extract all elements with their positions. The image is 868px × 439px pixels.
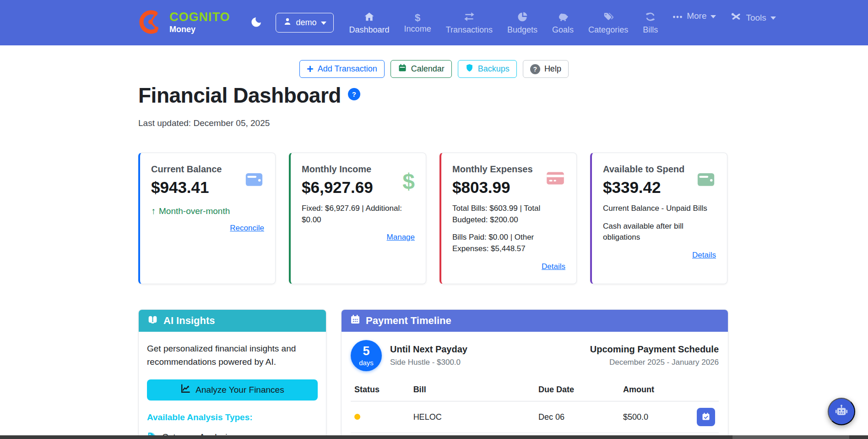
schedule-info: Upcoming Payment Schedule December 2025 … xyxy=(590,344,719,367)
nav-label: Dashboard xyxy=(349,26,390,34)
nav-tools-dropdown[interactable]: Tools xyxy=(731,11,776,24)
credit-card-icon xyxy=(545,170,565,188)
brand-text: COGNITO Money xyxy=(169,11,230,34)
analyze-finances-button[interactable]: Analyze Your Finances xyxy=(147,379,318,401)
question-icon: ? xyxy=(530,64,540,74)
nav-item-categories[interactable]: Categories xyxy=(588,11,628,34)
card-title: Monthly Income xyxy=(302,164,415,175)
schedule-title: Upcoming Payment Schedule xyxy=(590,344,719,355)
piggy-bank-icon xyxy=(558,11,569,24)
trend-label: Month-over-month xyxy=(159,206,230,216)
main-nav: Dashboard $ Income Transactions Budgets xyxy=(342,11,666,34)
tags-icon xyxy=(603,11,613,24)
trend-indicator: ↑ Month-over-month xyxy=(151,206,264,216)
page-title-row: Financial Dashboard ? xyxy=(138,84,360,107)
nav-more-label: More xyxy=(687,11,706,21)
details-link[interactable]: Details xyxy=(692,251,716,259)
cognito-logo-icon xyxy=(137,9,164,37)
chevron-down-icon xyxy=(321,22,326,25)
days-unit: days xyxy=(359,359,374,366)
col-header-amount: Amount xyxy=(619,381,693,401)
monthly-income-card: Monthly Income $6,927.69 $ Fixed: $6,927… xyxy=(289,153,426,284)
user-menu-label: demo xyxy=(296,18,317,27)
stat-cards-row: Current Balance $943.41 ↑ Month-over-mon… xyxy=(138,153,727,284)
last-updated-text: Last updated: December 05, 2025 xyxy=(138,118,270,128)
payment-timeline-title: Payment Timeline xyxy=(366,315,451,327)
status-pending-dot xyxy=(354,414,360,420)
monthly-expenses-card: Monthly Expenses $803.99 Total Bills: $6… xyxy=(439,153,577,284)
days-until-payday-badge: 5 days xyxy=(351,340,382,371)
quick-actions: + Add Transaction Calendar Backups ? Hel… xyxy=(0,60,868,78)
exchange-icon xyxy=(464,11,475,24)
chevron-down-icon xyxy=(770,16,776,20)
dark-mode-toggle[interactable] xyxy=(250,16,263,30)
horizontal-scrollbar[interactable] xyxy=(0,435,868,439)
ai-insights-title: AI Insights xyxy=(163,315,215,327)
title-help-badge[interactable]: ? xyxy=(348,88,360,100)
add-transaction-label: Add Transaction xyxy=(318,64,377,74)
card-detail-line: Bills Paid: $0.00 | Other Expenses: $5,4… xyxy=(452,232,565,254)
backups-button[interactable]: Backups xyxy=(458,60,517,78)
shield-icon xyxy=(465,63,474,75)
moon-icon xyxy=(250,16,263,30)
manage-link[interactable]: Manage xyxy=(387,233,415,241)
payday-detail: Side Hustle - $300.0 xyxy=(390,358,467,367)
nav-item-goals[interactable]: Goals xyxy=(552,11,574,34)
payment-timeline-header: Payment Timeline xyxy=(342,310,728,332)
wallet-icon xyxy=(244,170,264,190)
ai-insights-header: AI Insights xyxy=(139,310,326,332)
nav-more-dropdown[interactable]: More xyxy=(673,11,716,21)
schedule-range: December 2025 - January 2026 xyxy=(590,358,719,367)
arrow-up-icon: ↑ xyxy=(151,206,156,216)
home-icon xyxy=(364,11,374,24)
scrollbar-thumb[interactable] xyxy=(732,435,849,439)
payday-info: Until Next Payday Side Hustle - $300.0 xyxy=(390,344,467,367)
app-viewport: COGNITO Money demo Dashboard xyxy=(0,0,868,439)
top-navbar: COGNITO Money demo Dashboard xyxy=(0,0,868,45)
nav-item-bills[interactable]: Bills xyxy=(643,11,658,34)
col-header-bill: Bill xyxy=(410,381,535,401)
nav-item-dashboard[interactable]: Dashboard xyxy=(349,11,390,34)
nav-item-income[interactable]: $ Income xyxy=(404,13,431,33)
details-link[interactable]: Details xyxy=(542,262,565,271)
calendar-label: Calendar xyxy=(411,64,445,74)
robot-icon xyxy=(834,404,849,420)
analysis-types-heading: Available Analysis Types: xyxy=(147,412,318,423)
user-menu-button[interactable]: demo xyxy=(276,13,334,33)
card-detail-line: Current Balance - Unpaid Bills xyxy=(603,203,716,214)
chevron-down-icon xyxy=(711,15,716,18)
help-label: Help xyxy=(544,64,561,74)
brand-logo[interactable]: COGNITO Money xyxy=(137,9,230,37)
nav-item-budgets[interactable]: Budgets xyxy=(507,11,537,34)
analyze-finances-label: Analyze Your Finances xyxy=(195,385,284,395)
nav-tools-label: Tools xyxy=(746,13,766,23)
help-button[interactable]: ? Help xyxy=(523,60,569,78)
col-header-due-date: Due Date xyxy=(535,381,619,401)
calendar-icon xyxy=(350,314,361,328)
col-header-actions xyxy=(693,381,719,401)
brand-name: COGNITO xyxy=(169,11,230,23)
card-detail-line: Total Bills: $603.99 | Total Budgeted: $… xyxy=(452,203,565,225)
payment-timeline-panel: Payment Timeline 5 days Until Next Payda… xyxy=(341,309,728,439)
dollar-icon: $ xyxy=(402,170,415,192)
current-balance-card: Current Balance $943.41 ↑ Month-over-mon… xyxy=(138,153,276,284)
backups-label: Backups xyxy=(478,64,510,74)
add-transaction-button[interactable]: + Add Transaction xyxy=(299,60,385,78)
page-title: Financial Dashboard xyxy=(138,84,341,107)
payday-summary-row: 5 days Until Next Payday Side Hustle - $… xyxy=(351,340,719,371)
days-value: 5 xyxy=(363,345,369,357)
nav-label: Bills xyxy=(643,26,658,34)
reconcile-link[interactable]: Reconcile xyxy=(230,224,264,232)
col-header-status: Status xyxy=(351,381,410,401)
upcoming-bills-table: Status Bill Due Date Amount HELOC Dec 06… xyxy=(351,381,719,439)
ai-description: Get personalized financial insights and … xyxy=(147,342,318,369)
ai-insights-panel: AI Insights Get personalized financial i… xyxy=(138,309,326,439)
sync-icon xyxy=(645,11,656,24)
ellipsis-icon xyxy=(673,11,683,21)
calendar-button[interactable]: Calendar xyxy=(391,60,452,78)
schedule-payment-button[interactable] xyxy=(697,408,715,426)
card-value: $6,927.69 xyxy=(302,178,415,197)
chatbot-fab-button[interactable] xyxy=(828,398,855,425)
pie-chart-icon xyxy=(517,11,528,24)
nav-item-transactions[interactable]: Transactions xyxy=(446,11,493,34)
